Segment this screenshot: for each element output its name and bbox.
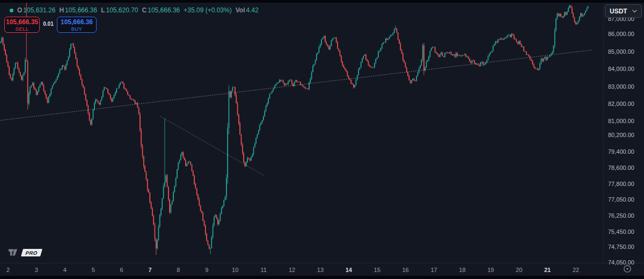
time-axis-label: 15 xyxy=(369,266,385,274)
ohlc-legend: O 105,631.26 H 105,666.36 L 105,620.70 C… xyxy=(10,6,259,14)
price-change: +35.09 (+0.03%) xyxy=(184,6,231,14)
spread-value: 0.01 xyxy=(40,21,57,27)
price-axis-label: 82,000.00 xyxy=(608,101,634,107)
ohlc-close: C 105,666.36 xyxy=(142,6,180,14)
high-value: 105,666.36 xyxy=(65,6,97,14)
price-axis-separator xyxy=(603,3,604,263)
buy-side-label: BUY xyxy=(57,26,96,32)
quote-currency-button[interactable]: USDT xyxy=(605,4,642,18)
ohlc-low: L 105,620.70 xyxy=(101,6,138,14)
price-axis-label: 84,000.00 xyxy=(608,66,634,72)
time-axis-label: 19 xyxy=(482,266,499,274)
close-label: C xyxy=(142,6,147,14)
tv-logo-icon xyxy=(9,248,19,256)
time-axis-label: 10 xyxy=(227,266,243,274)
sell-button[interactable]: 105,666.35 SELL xyxy=(4,17,40,33)
price-axis-label: 77,800.00 xyxy=(608,181,634,187)
price-axis-label: 86,000.00 xyxy=(608,31,634,37)
open-value: 105,631.26 xyxy=(23,6,55,14)
trading-chart-app: O 105,631.26 H 105,666.36 L 105,620.70 C… xyxy=(0,0,644,279)
price-axis-label: 77,050.00 xyxy=(608,196,634,203)
candlestick-chart[interactable] xyxy=(0,0,644,279)
volume-label: Vol xyxy=(236,6,245,14)
trendline-2[interactable] xyxy=(160,116,265,176)
price-axis-label: 80,200.00 xyxy=(608,132,634,138)
time-axis-label: 6 xyxy=(114,266,130,274)
time-axis-label: 9 xyxy=(199,266,215,274)
tradingview-logo[interactable]: PRO xyxy=(9,248,41,256)
open-label: O xyxy=(17,6,22,14)
time-axis-label: 8 xyxy=(170,266,186,274)
candles-layer xyxy=(0,0,588,255)
pro-badge: PRO xyxy=(21,249,42,256)
time-axis-label: 22 xyxy=(568,266,584,274)
chevron-down-icon xyxy=(632,10,637,13)
sell-side-label: SELL xyxy=(5,26,39,32)
time-axis-label: 20 xyxy=(511,266,527,274)
time-axis-separator xyxy=(0,263,644,263)
time-axis-label: 11 xyxy=(255,266,272,274)
price-axis-label: 78,600.00 xyxy=(608,164,634,171)
top-edge-strip xyxy=(0,0,644,3)
time-axis-label: 18 xyxy=(454,266,470,274)
price-axis-label: 79,400.00 xyxy=(608,148,634,155)
price-axis-label: 76,250.00 xyxy=(608,212,634,219)
low-label: L xyxy=(101,6,105,14)
high-label: H xyxy=(59,6,64,14)
close-value: 105,666.36 xyxy=(148,6,180,14)
time-axis-label: 7 xyxy=(142,266,158,274)
time-axis-label: 12 xyxy=(284,266,300,274)
volume: Vol 4.42 xyxy=(236,6,259,14)
time-axis-label: 17 xyxy=(426,266,442,274)
ohlc-high: H 105,666.36 xyxy=(59,6,97,14)
time-axis-label: 16 xyxy=(398,266,414,274)
price-axis-label: 85,000.00 xyxy=(608,48,634,55)
time-axis-label: 21 xyxy=(539,266,555,274)
trendline-1[interactable] xyxy=(0,50,592,120)
time-axis-label: 2 xyxy=(0,266,16,274)
price-axis-label: 83,000.00 xyxy=(608,83,634,90)
time-axis-label: 4 xyxy=(57,266,73,274)
bottom-edge-strip xyxy=(0,276,644,279)
price-axis-label: 75,450.00 xyxy=(608,228,634,235)
time-axis-label: 5 xyxy=(85,266,101,274)
time-axis-label: 13 xyxy=(312,266,328,274)
buy-price: 105,666.36 xyxy=(57,18,96,26)
price-axis-label: 81,000.00 xyxy=(608,118,634,124)
time-axis-label: 14 xyxy=(341,266,357,274)
symbol-status-dot[interactable] xyxy=(10,9,13,12)
ohlc-open: O 105,631.26 xyxy=(17,6,55,14)
low-value: 105,620.70 xyxy=(106,6,138,14)
volume-value: 4.42 xyxy=(246,6,258,14)
quote-currency-label: USDT xyxy=(610,8,627,15)
price-axis-label: 74,750.00 xyxy=(608,244,634,250)
sell-price: 105,666.35 xyxy=(5,18,39,26)
time-axis-label: 3 xyxy=(28,266,45,274)
crosshair-target-icon[interactable] xyxy=(623,264,632,274)
buy-button[interactable]: 105,666.36 BUY xyxy=(57,17,97,33)
